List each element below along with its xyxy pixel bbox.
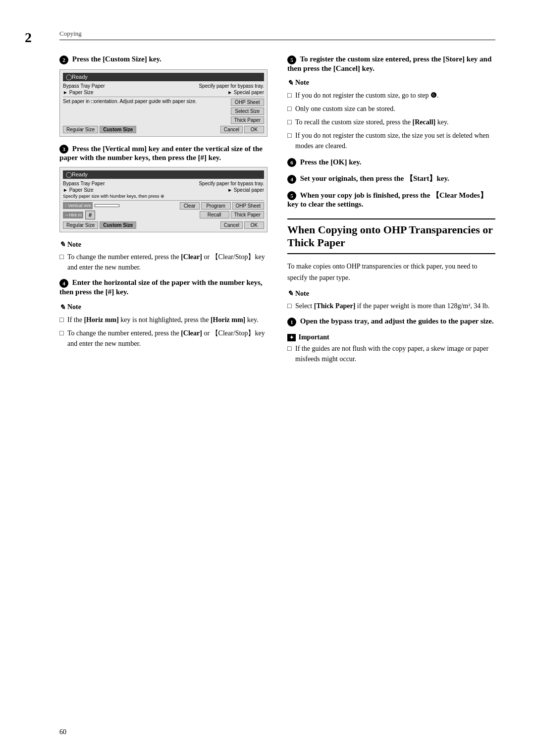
ui-box-1: ◯Ready Bypass Tray Paper Specify paper f… [59,69,268,137]
thick-paper-btn-1[interactable]: Thick Paper [231,116,264,124]
clear-btn[interactable]: Clear [180,202,200,210]
step-4-heading: 4 Enter the horizontal size of the paper… [59,278,268,296]
thick-paper-btn-2[interactable]: Thick Paper [231,211,264,218]
step-open-circle: 1 [287,318,296,326]
ui-footer-left-2: Regular Size Custom Size [63,221,136,229]
note-2-item-2: To change the number entered, press the … [59,328,268,349]
note-1-item-1: To change the number entered, press the … [59,252,268,272]
section-note-item-1: Select [Thick Paper] if the paper weight… [287,301,495,311]
ui-footer-1: Regular Size Custom Size Cancel OK [63,126,264,133]
program-btn[interactable]: Program [201,202,231,210]
select-size-btn[interactable]: Select Size [231,108,264,115]
note-1-heading: ✎ Note [59,240,268,249]
ui-box-2: ◯Ready Bypass Tray Paper Specify paper f… [59,167,268,232]
content-columns: 2 Press the [Custom Size] key. ◯Ready By… [59,55,495,370]
ui-right-1: OHP Sheet Select Size Thick Paper [231,99,264,124]
ohp-btn-1[interactable]: OHP Sheet [231,99,264,106]
important-icon: ✦ [287,334,296,341]
ui-sub-instruction: Specify paper size with Number keys, the… [63,194,264,199]
regular-size-btn-1[interactable]: Regular Size [63,126,98,133]
step-6-circle: 6 [287,158,296,167]
note-icon-5: ✎ [287,79,293,87]
hint-row: ↔Hint m # [63,211,178,219]
page: 2 Copying 2 Press the [Custom Size] key.… [0,0,535,756]
ok-btn-2[interactable]: OK [244,221,264,229]
vertical-label: ↑ Vertical mm [63,202,93,209]
custom-size-btn-1[interactable]: Custom Size [100,126,136,133]
ui-footer-right: Cancel OK [220,126,264,133]
step-A: 4 Set your originals, then press the 【St… [287,174,495,184]
step-A-circle: 4 [287,175,296,184]
note-2: ✎ Note If the [Horiz mm] key is not high… [59,303,268,349]
hash-btn[interactable]: # [85,211,95,219]
cancel-btn-1[interactable]: Cancel [220,126,243,133]
ui-btn-row-2: Recall Thick Paper [180,211,264,218]
note-5-item-1: If you do not register the custom size, … [287,90,495,101]
step-B-circle: 5 [287,191,296,200]
ui-footer-left: Regular Size Custom Size [63,126,136,133]
step-6-heading: 6 Press the [OK] key. [287,158,495,167]
ui-row-3: Bypass Tray Paper Specify paper for bypa… [63,181,264,186]
step-3-heading: 3 Press the [Vertical mm] key and enter … [59,145,268,162]
step-5-circle: 5 [287,55,296,64]
note-2-item-1: If the [Horiz mm] key is not highlighted… [59,315,268,325]
section-note-heading: ✎ Note [287,289,495,298]
ui-footer-right-2: Cancel OK [220,221,264,229]
step-4: 4 Enter the horizontal size of the paper… [59,278,268,296]
note-5-heading: ✎ Note [287,79,495,87]
right-column: 5 To register the custom size entered, p… [287,55,495,370]
step-B-heading: 5 When your copy job is finished, press … [287,191,495,209]
section-note: ✎ Note Select [Thick Paper] if the paper… [287,289,495,311]
step-2: 2 Press the [Custom Size] key. ◯Ready By… [59,55,268,137]
step-5: 5 To register the custom size entered, p… [287,55,495,151]
custom-size-btn-2[interactable]: Custom Size [100,221,136,229]
note-icon-2: ✎ [59,303,65,312]
regular-size-btn-2[interactable]: Regular Size [63,221,98,229]
section-title: When Copying onto OHP Transparencies or … [287,218,495,254]
ui-section-2: ↑ Vertical mm ↔Hint m # Clear Pro [63,202,264,219]
main-step-number: 2 [25,30,32,46]
ui-row-4: ► Paper Size ► Special paper [63,187,264,193]
vertical-input[interactable] [95,204,119,207]
ui-left-2: ↑ Vertical mm ↔Hint m # [63,202,178,219]
header: Copying [59,30,495,40]
recall-btn[interactable]: Recall [200,211,229,218]
step-B: 5 When your copy job is finished, press … [287,191,495,209]
ui-btn-row-1: Clear Program OHP Sheet [180,202,264,210]
section-intro: To make copies onto OHP transparencies o… [287,261,495,283]
ui-left-1: Set paper in □orientation. Adjust paper … [63,99,229,124]
ui-row-1: Bypass Tray Paper Specify paper for bypa… [63,83,264,89]
step-open-heading: 1 Open the bypass tray, and adjust the g… [287,317,495,326]
step-4-circle: 4 [59,279,68,288]
step-5-heading: 5 To register the custom size entered, p… [287,55,495,73]
note-5-item-4: If you do not register the custom size, … [287,130,495,151]
hint-label: ↔Hint m [63,212,83,218]
step-3: 3 Press the [Vertical mm] key and enter … [59,145,268,233]
ui-instruction: Set paper in □orientation. Adjust paper … [63,99,229,104]
left-column: 2 Press the [Custom Size] key. ◯Ready By… [59,55,268,370]
note-icon-1: ✎ [59,240,65,249]
ui-right-2: Clear Program OHP Sheet Recall Thick Pap… [180,202,264,219]
ui-title-1: ◯Ready [63,73,264,81]
ok-btn-1[interactable]: OK [244,126,264,133]
ui-divider-2 [63,200,264,201]
ui-row-2: ► Paper Size ► Special paper [63,90,264,95]
cancel-btn-2[interactable]: Cancel [220,221,243,229]
important-section: ✦ Important If the guides are not flush … [287,333,495,364]
page-number: 60 [59,728,66,736]
step-3-circle: 3 [59,145,68,154]
ohp-btn-2[interactable]: OHP Sheet [232,202,264,210]
ui-title-2: ◯Ready [63,170,264,179]
vertical-row: ↑ Vertical mm [63,202,178,209]
note-5-item-2: Only one custom size can be stored. [287,104,495,114]
step-open: 1 Open the bypass tray, and adjust the g… [287,317,495,326]
note-1: ✎ Note To change the number entered, pre… [59,240,268,272]
important-heading: ✦ Important [287,333,495,341]
ui-section-1: Set paper in □orientation. Adjust paper … [63,99,264,124]
note-icon-s: ✎ [287,289,293,298]
step-6: 6 Press the [OK] key. [287,158,495,167]
ui-footer-2: Regular Size Custom Size Cancel OK [63,221,264,229]
note-5-item-3: To recall the custom size stored, press … [287,117,495,127]
header-section: Copying [59,30,82,38]
step-A-heading: 4 Set your originals, then press the 【St… [287,174,495,184]
